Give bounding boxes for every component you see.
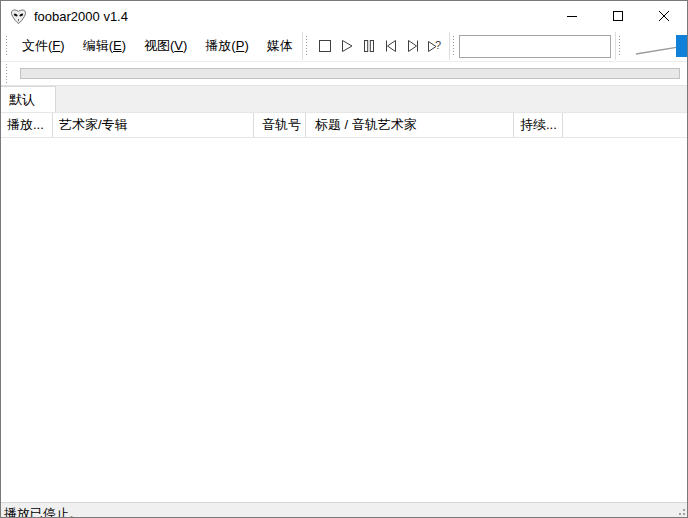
menu-toolbar-grip[interactable]: [6, 36, 7, 56]
status-text: 播放已停止。: [4, 506, 82, 517]
toolbar-separator: [449, 32, 450, 60]
playlist-view[interactable]: [1, 138, 687, 502]
menu-edit[interactable]: 编辑(E): [74, 33, 135, 59]
transport-controls: ?: [314, 34, 446, 58]
pause-button[interactable]: [358, 34, 380, 58]
volume-toolbar-grip[interactable]: [619, 36, 620, 56]
seekbar[interactable]: [20, 68, 680, 79]
play-button[interactable]: [336, 34, 358, 58]
menu-playback-label: 播放(: [205, 38, 235, 53]
search-toolbar-grip[interactable]: [453, 36, 454, 56]
main-toolbar: 文件(F) 编辑(E) 视图(V) 播放(P) 媒体: [1, 31, 687, 62]
playlist-column-headers: 播放... 艺术家/专辑 音轨号 标题 / 音轨艺术家 持续...: [1, 113, 687, 138]
column-label: 艺术家/专辑: [59, 116, 128, 134]
menu-file[interactable]: 文件(F): [13, 33, 74, 59]
column-label: 音轨号: [262, 116, 301, 134]
column-header-duration[interactable]: 持续...: [514, 113, 563, 137]
toolbar-separator: [302, 32, 303, 60]
volume-handle[interactable]: [676, 35, 688, 57]
seekbar-row: [1, 62, 687, 86]
toolbar-separator: [615, 32, 616, 60]
play-icon: [339, 38, 355, 54]
menu-view[interactable]: 视图(V): [135, 33, 196, 59]
column-label: 标题 / 音轨艺术家: [315, 116, 417, 134]
menu-edit-label: 编辑(: [83, 38, 113, 53]
transport-toolbar-grip[interactable]: [306, 36, 307, 56]
close-button[interactable]: [641, 1, 687, 31]
column-header-track-number[interactable]: 音轨号: [254, 113, 306, 137]
menu-edit-mnemonic: E: [113, 38, 122, 53]
menu-view-mnemonic: V: [174, 38, 183, 53]
column-label: 持续...: [520, 116, 557, 134]
random-icon: ?: [426, 38, 444, 54]
menu-playback-label-end: ): [244, 38, 248, 53]
tab-default-playlist[interactable]: 默认: [1, 86, 56, 112]
menu-view-label: 视图(: [144, 38, 174, 53]
column-header-filler: [563, 113, 687, 137]
menu-file-label-end: ): [60, 38, 64, 53]
previous-track-button[interactable]: [380, 34, 402, 58]
minimize-icon: [566, 10, 578, 22]
close-icon: [658, 10, 670, 22]
minimize-button[interactable]: [549, 1, 595, 31]
previous-icon: [383, 38, 399, 54]
title-bar: foobar2000 v1.4: [1, 1, 687, 31]
random-playback-button[interactable]: ?: [424, 34, 446, 58]
tab-label: 默认: [9, 91, 35, 109]
svg-text:?: ?: [435, 39, 441, 51]
column-header-artist-album[interactable]: 艺术家/专辑: [53, 113, 254, 137]
foobar2000-app-icon: [10, 8, 27, 25]
column-header-title-artist[interactable]: 标题 / 音轨艺术家: [306, 113, 514, 137]
volume-slider[interactable]: [624, 31, 688, 61]
seekbar-grip[interactable]: [6, 64, 7, 84]
column-label: 播放...: [7, 116, 44, 134]
menu-edit-label-end: ): [122, 38, 126, 53]
menu-media-label: 媒体: [267, 38, 293, 53]
stop-icon: [317, 38, 333, 54]
window-controls: [549, 1, 687, 31]
status-bar: 播放已停止。: [1, 502, 687, 517]
next-track-button[interactable]: [402, 34, 424, 58]
menu-playback[interactable]: 播放(P): [196, 33, 257, 59]
column-header-playing[interactable]: 播放...: [1, 113, 53, 137]
app-window: foobar2000 v1.4 文件(F) 编辑(E: [0, 0, 688, 518]
search-input[interactable]: [459, 35, 611, 58]
pause-icon: [361, 38, 377, 54]
menu-view-label-end: ): [183, 38, 187, 53]
maximize-button[interactable]: [595, 1, 641, 31]
window-title: foobar2000 v1.4: [34, 9, 128, 24]
menu-file-label: 文件(: [22, 38, 52, 53]
maximize-icon: [612, 10, 624, 22]
resize-grip[interactable]: [678, 508, 685, 515]
stop-button[interactable]: [314, 34, 336, 58]
next-icon: [405, 38, 421, 54]
playlist-tabs: 默认: [1, 86, 687, 113]
menu-media[interactable]: 媒体: [258, 33, 302, 59]
